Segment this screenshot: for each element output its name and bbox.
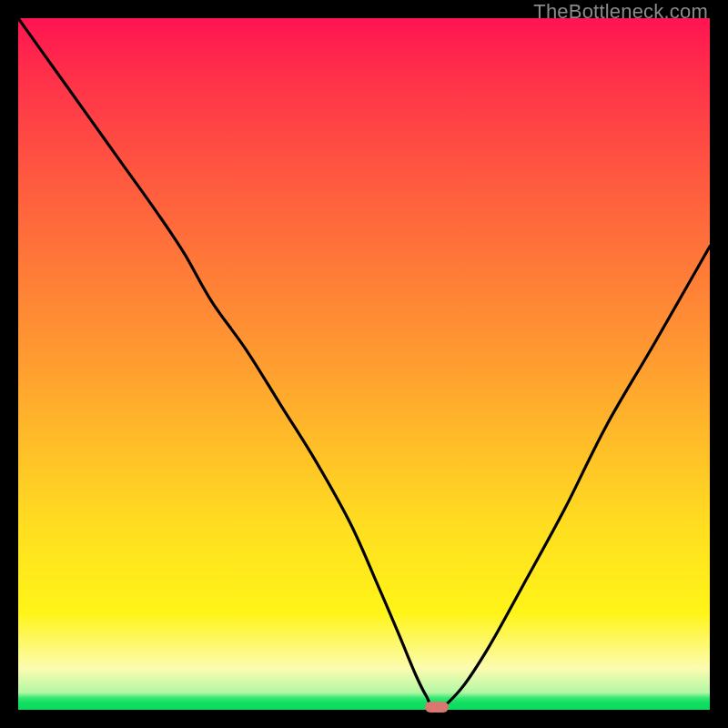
bottleneck-curve (18, 18, 710, 710)
minimum-marker (425, 702, 449, 713)
plot-area (18, 18, 710, 710)
watermark-text: TheBottleneck.com (533, 0, 708, 24)
chart-frame: TheBottleneck.com (0, 0, 728, 728)
